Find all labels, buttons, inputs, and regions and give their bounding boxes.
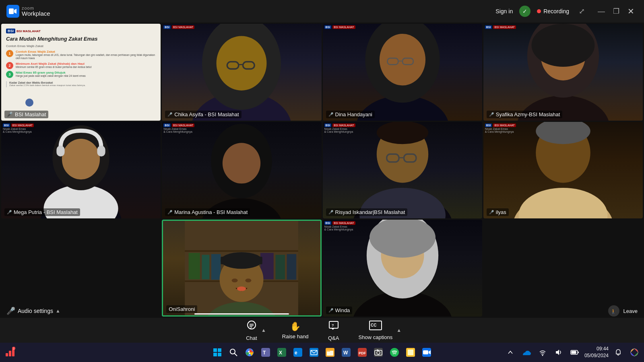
- slide-subtitle: Contoh Emas Wajib Zakat: [6, 44, 156, 48]
- participant-name-dina: 🎤 Dina Handayani: [326, 111, 375, 118]
- sticky-notes-icon[interactable]: [404, 346, 417, 359]
- search-button[interactable]: [227, 346, 240, 359]
- slide-title: Cara Mudah Menghitung Zakat Emas: [6, 36, 156, 42]
- svg-text:CC: CC: [371, 323, 376, 327]
- slide-presentation: BSI BSI MASLAHAT Cara Mudah Menghitung Z…: [1, 24, 161, 121]
- qa-group: ? Q&A: [325, 318, 343, 343]
- wifi-icon[interactable]: [536, 346, 549, 359]
- recording-label: Recording: [543, 8, 569, 14]
- pdf-icon[interactable]: PDF: [356, 346, 369, 359]
- svg-text:e: e: [295, 350, 297, 356]
- audio-settings-label: Audio settings: [18, 308, 53, 314]
- signin-button[interactable]: Sign in: [495, 8, 513, 14]
- recording-dot: [537, 9, 541, 13]
- svg-rect-50: [221, 257, 262, 265]
- window-controls: — ❐ ✕: [594, 5, 638, 18]
- svg-point-3: [217, 36, 267, 90]
- shield-badge: ✓: [519, 6, 530, 17]
- name-label-winda: Winda: [335, 307, 350, 313]
- spotify-icon[interactable]: [388, 346, 401, 359]
- zoom-logo-text: zoom Workplace: [22, 6, 50, 17]
- start-button[interactable]: [211, 346, 224, 359]
- svg-rect-69: [9, 351, 11, 356]
- zoom-logo-icon: [6, 5, 19, 18]
- onedrive-icon[interactable]: [520, 346, 533, 359]
- name-label-mega: Mega Putria - BSI Maslahat: [14, 209, 78, 215]
- name-label-dina: Dina Handayani: [335, 111, 373, 117]
- slide-item-4: Kadar Zakat dan Waktu Berzakat Zakat sen…: [6, 81, 156, 87]
- minimize-button[interactable]: —: [594, 6, 608, 17]
- name-label: BSI Maslahat: [15, 111, 46, 117]
- edge-icon[interactable]: e: [291, 346, 304, 359]
- chrome-icon[interactable]: [243, 346, 256, 359]
- slide-item4-text: Zakat senilai 2.5% baik dalam bentuk ema…: [9, 84, 156, 87]
- camera-icon[interactable]: [372, 346, 385, 359]
- face-winda: [330, 220, 474, 317]
- svg-text:🚶: 🚶: [611, 309, 616, 314]
- leave-button[interactable]: 🚶 Leave: [607, 298, 638, 323]
- slide-item3-title: Nilai Emas 85 gram yang Ditujuk: [16, 71, 86, 74]
- svg-point-51: [232, 279, 238, 282]
- zoom-taskbar-icon[interactable]: [420, 346, 433, 359]
- titlebar-right: Sign in ✓ Recording ⤢ — ❐ ✕: [495, 5, 638, 18]
- word-icon[interactable]: W: [340, 346, 353, 359]
- face-risyad: [330, 122, 474, 219]
- teams-icon[interactable]: T: [259, 346, 272, 359]
- participant-name-winda: 🎤 Winda: [326, 306, 353, 314]
- svg-rect-107: [578, 352, 579, 353]
- participant-name-mega: 🎤 Mega Putria - BSI Maslahat: [4, 208, 80, 216]
- taskbar-notification-icon[interactable]: 1: [3, 346, 16, 359]
- taskbar-left: 1: [3, 346, 16, 359]
- qa-button[interactable]: ? Q&A: [325, 318, 343, 343]
- slide-num-2: 2: [6, 62, 13, 69]
- svg-text:W: W: [343, 350, 348, 356]
- explorer-icon[interactable]: [324, 346, 336, 359]
- participant-name-syafika: 🎤 Syafika Azmy-BSI Maslahat: [487, 111, 563, 118]
- svg-rect-21: [56, 145, 64, 156]
- svg-point-25: [223, 143, 260, 183]
- raise-hand-button[interactable]: ✋ Raise hand: [279, 320, 312, 341]
- qa-label: Q&A: [328, 335, 339, 341]
- battery-icon[interactable]: [568, 346, 581, 359]
- svg-rect-73: [213, 353, 217, 356]
- leave-icon: 🚶: [607, 304, 620, 317]
- titlebar: zoom Workplace Sign in ✓ Recording ⤢ — ❐…: [0, 0, 644, 23]
- slide-item3-text: Harga jual pada saat wajib zakat dengan …: [16, 74, 86, 78]
- svg-rect-68: [6, 353, 8, 356]
- video-grid: BSI BSI MASLAHAT Cara Mudah Menghitung Z…: [0, 23, 644, 318]
- color-circle-icon[interactable]: [628, 346, 641, 359]
- face-syafika: [491, 24, 635, 121]
- maxrestore-button[interactable]: ❐: [610, 5, 623, 17]
- svg-point-103: [542, 355, 543, 356]
- svg-rect-72: [218, 348, 221, 352]
- volume-icon[interactable]: [552, 346, 565, 359]
- participant-name-marina: 🎤 Marina Agustina - BSI Maslahat: [165, 208, 250, 216]
- captions-caret-icon[interactable]: ▲: [396, 327, 401, 333]
- taskbar-center: T X e: [211, 346, 433, 359]
- chevron-up-icon[interactable]: [504, 346, 517, 359]
- svg-text:X: X: [279, 350, 282, 356]
- chat-button[interactable]: Chat: [243, 318, 260, 343]
- mic-icon: 🎤: [6, 306, 15, 315]
- clock-display: 09:44 05/09/2024: [584, 346, 609, 359]
- mail-icon[interactable]: [308, 346, 320, 359]
- expand-button[interactable]: ⤢: [576, 5, 588, 17]
- excel-icon[interactable]: X: [275, 346, 288, 359]
- notification-bell-icon[interactable]: [612, 346, 625, 359]
- audio-settings-area: 🎤 Audio settings ▲: [6, 298, 60, 323]
- slide-num-3: 3: [6, 71, 13, 78]
- svg-point-34: [518, 188, 607, 219]
- slide-item2-title: Minimum Aset Wajib Zakat (Nishab) dan Ha…: [16, 62, 91, 66]
- participant-name-chika: 🎤 Chika Asyifa - BSI Maslahat: [165, 111, 241, 118]
- svg-rect-74: [218, 353, 221, 356]
- svg-marker-104: [556, 350, 559, 355]
- chat-icon: [246, 320, 257, 333]
- brand-workplace-label: Workplace: [22, 10, 50, 17]
- slide-bsi-tag: BSI: [6, 29, 15, 33]
- chat-caret-icon[interactable]: ▲: [261, 327, 266, 333]
- captions-button[interactable]: CC Show captions: [355, 319, 396, 342]
- close-button[interactable]: ✕: [624, 5, 638, 18]
- participant-cell-winda: BSI BSI MASLAHAT Nisab Zakat Emas & Cara…: [323, 220, 482, 317]
- participant-cell-syafika: BSI BSI MASLAHAT Nisab Zakat Emas & Cara…: [483, 24, 643, 121]
- slide-header: BSI BSI MASLAHAT: [6, 29, 156, 33]
